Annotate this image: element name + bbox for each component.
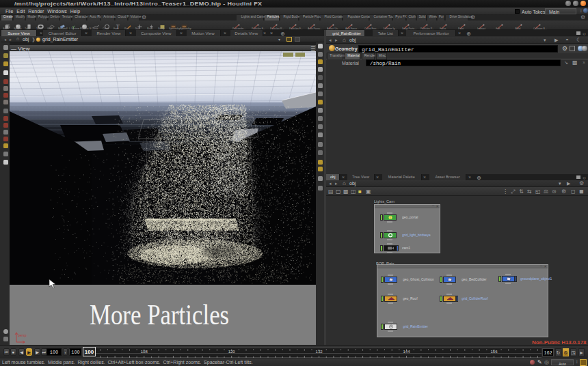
svg-text:108: 108 [141,350,148,354]
svg-text:144: 144 [403,350,411,354]
svg-text:132: 132 [316,350,323,354]
svg-text:persp: persp [18,333,27,337]
svg-text:120: 120 [228,350,236,354]
svg-text:156: 156 [490,350,498,354]
